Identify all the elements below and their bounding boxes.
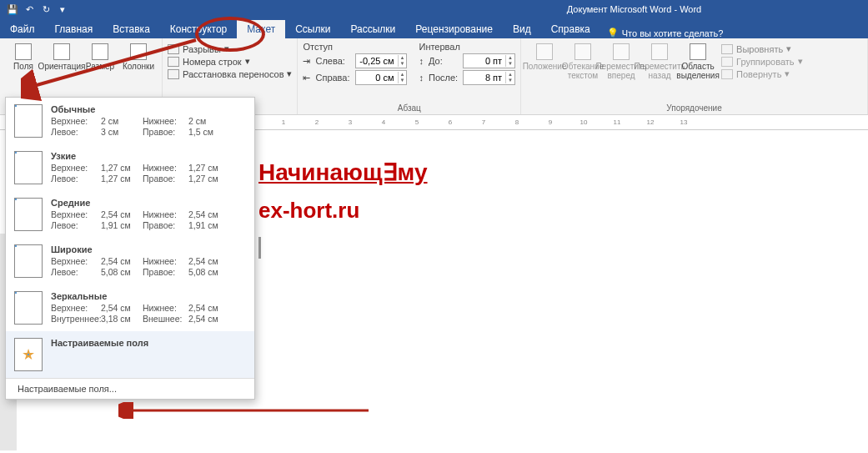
orientation-button[interactable]: Ориентация (43, 42, 80, 73)
doc-heading-2[interactable]: ex-hort.ru (258, 198, 428, 224)
margins-preset-icon (14, 244, 43, 278)
tab-insert[interactable]: Вставка (103, 20, 160, 38)
margins-preset-icon (14, 198, 43, 231)
document-area[interactable]: Начинающ∃му ex-hort.ru (258, 159, 428, 259)
group-button[interactable]: Группировать▾ (721, 56, 803, 67)
window-title: Документ Microsoft Word - Word (567, 4, 701, 14)
tab-layout[interactable]: Макет (237, 20, 285, 38)
tab-help[interactable]: Справка (541, 20, 600, 38)
quick-access-toolbar: 💾 ↶ ↻ ▾ (0, 3, 75, 15)
qat-customize-icon[interactable]: ▾ (57, 3, 68, 15)
margins-last-used[interactable]: ★ Настраиваемые поля (6, 331, 254, 378)
group-paragraph-label: Абзац (303, 102, 515, 113)
breaks-button[interactable]: Разрывы▾ (168, 43, 292, 54)
title-bar: 💾 ↶ ↻ ▾ Документ Microsoft Word - Word (0, 0, 868, 18)
doc-heading-1[interactable]: Начинающ∃му (258, 159, 428, 186)
line-numbers-icon (168, 57, 179, 67)
ribbon-tabs: Файл Главная Вставка Конструктор Макет С… (0, 18, 868, 38)
backward-icon (651, 43, 668, 60)
indent-title: Отступ (303, 42, 407, 52)
wrap-icon (574, 43, 591, 60)
indent-right-icon: ⇤ (303, 73, 310, 83)
indent-left-icon: ⇥ (303, 56, 310, 67)
margins-preset-3[interactable]: ШирокиеВерхнее:2,54 смНижнее:2,54 смЛево… (6, 238, 254, 284)
breaks-icon (168, 44, 179, 54)
size-icon (92, 43, 108, 60)
spacing-before-input[interactable]: ▲▼ (463, 53, 515, 68)
indent-left-input[interactable]: ▲▼ (355, 53, 408, 68)
text-cursor (258, 237, 261, 259)
align-button[interactable]: Выровнять▾ (721, 43, 803, 54)
undo-icon[interactable]: ↶ (23, 3, 35, 15)
tell-me[interactable]: 💡 Что вы хотите сделать? (600, 28, 730, 38)
margins-preset-icon (14, 104, 43, 138)
margins-preset-4[interactable]: ЗеркальныеВерхнее:2,54 смНижнее:2,54 смВ… (6, 284, 254, 331)
margins-preset-2[interactable]: СредниеВерхнее:2,54 смНижнее:2,54 смЛево… (6, 191, 254, 238)
tab-view[interactable]: Вид (503, 20, 541, 38)
rotate-icon (721, 69, 733, 79)
group-paragraph: Отступ ⇥ Слева: ▲▼ ⇤ Справа: ▲▼ Интервал… (298, 38, 521, 114)
columns-icon (130, 43, 147, 60)
size-button[interactable]: Размер (82, 42, 118, 73)
indent-right-input[interactable]: ▲▼ (355, 70, 408, 85)
save-icon[interactable]: 💾 (7, 3, 18, 15)
margins-dropdown: ОбычныеВерхнее:2 смНижнее:2 смЛевое:3 см… (5, 97, 255, 400)
margins-star-icon: ★ (14, 338, 43, 371)
orientation-icon (53, 43, 70, 60)
spacing-after-icon: ↕ (419, 73, 424, 83)
forward-icon (613, 43, 630, 60)
line-numbers-button[interactable]: Номера строк▾ (168, 56, 292, 67)
group-arrange-label: Упорядочение (526, 102, 862, 113)
lightbulb-icon: 💡 (607, 28, 619, 38)
selection-pane-icon (690, 43, 706, 60)
margins-icon (15, 43, 32, 60)
margins-preset-icon (14, 151, 43, 184)
tab-review[interactable]: Рецензирование (405, 20, 503, 38)
group-arrange: Положение Обтекание текстом Переместить … (521, 38, 868, 114)
custom-margins-link[interactable]: Настраиваемые поля... (6, 378, 254, 399)
position-icon (536, 43, 553, 60)
tab-home[interactable]: Главная (45, 20, 103, 38)
rotate-button[interactable]: Повернуть▾ (721, 68, 803, 79)
spacing-title: Интервал (419, 42, 515, 52)
align-icon (721, 44, 733, 54)
tab-mailings[interactable]: Рассылки (340, 20, 405, 38)
spacing-after-input[interactable]: ▲▼ (463, 70, 515, 85)
spacing-before-icon: ↕ (419, 56, 424, 66)
group-icon (721, 57, 733, 67)
margins-button[interactable]: Поля (5, 42, 42, 73)
margins-preset-icon (14, 291, 43, 325)
hyphenation-icon (168, 69, 179, 79)
annotation-arrow-2 (118, 402, 377, 419)
columns-button[interactable]: Колонки (120, 42, 157, 73)
margins-preset-1[interactable]: УзкиеВерхнее:1,27 смНижнее:1,27 смЛевое:… (6, 144, 254, 191)
hyphenation-button[interactable]: Расстановка переносов▾ (168, 68, 292, 79)
send-backward-button[interactable]: Переместить назад (641, 42, 678, 82)
redo-icon[interactable]: ↻ (40, 3, 52, 15)
tab-file[interactable]: Файл (0, 20, 45, 38)
margins-preset-0[interactable]: ОбычныеВерхнее:2 смНижнее:2 смЛевое:3 см… (6, 98, 254, 144)
tab-references[interactable]: Ссылки (285, 20, 340, 38)
tab-design[interactable]: Конструктор (160, 20, 237, 38)
position-button[interactable]: Положение (526, 42, 563, 73)
